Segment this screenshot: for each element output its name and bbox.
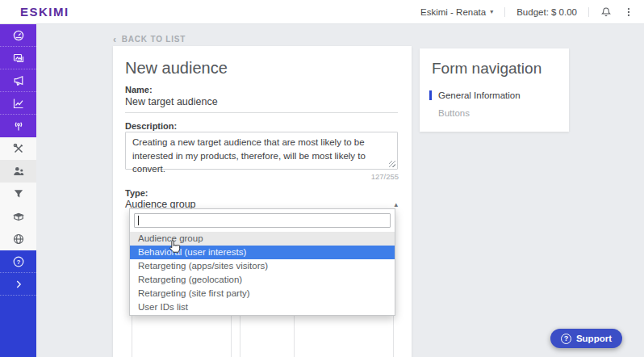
audiences-icon <box>12 165 25 178</box>
divider <box>504 7 505 17</box>
sidebar-light-section <box>0 137 36 250</box>
sidebar-item-web[interactable] <box>0 228 36 250</box>
description-text: Creating a new target audience that are … <box>132 137 366 174</box>
char-counter: 127/255 <box>371 172 399 181</box>
form-navigation-title: Form navigation <box>432 60 542 78</box>
text-cursor <box>138 216 139 225</box>
dropdown-option-user-ids-list[interactable]: User IDs list <box>130 300 395 314</box>
dropdown-option-retargeting-geolocation[interactable]: Retargeting (geolocation) <box>130 273 395 287</box>
chevron-down-icon: ▾ <box>490 8 493 15</box>
header-right: Eskimi - Renata ▾ Budget: $ 0.00 <box>420 6 634 18</box>
resize-handle[interactable] <box>389 161 395 167</box>
type-dropdown: Audience group Behavioral (user interest… <box>129 208 395 316</box>
dropdown-option-audience-group[interactable]: Audience group <box>130 232 395 246</box>
nav-item-buttons[interactable]: Buttons <box>429 108 470 118</box>
sidebar-item-tools[interactable] <box>0 137 36 160</box>
expand-icon <box>13 279 24 290</box>
creatives-icon <box>12 52 25 65</box>
back-to-list-link[interactable]: ‹ BACK TO LIST <box>113 35 186 44</box>
description-textarea[interactable]: Creating a new target audience that are … <box>125 132 398 170</box>
budget-label: Budget: $ 0.00 <box>516 7 577 17</box>
filter-icon <box>12 187 25 200</box>
sidebar-item-filter[interactable] <box>0 183 36 205</box>
list-box-right <box>240 313 394 357</box>
dropdown-option-retargeting-apps-sites[interactable]: Retargeting (apps/sites visitors) <box>130 259 395 273</box>
divider <box>588 7 589 17</box>
dropdown-option-retargeting-site-first-party[interactable]: Retargeting (site first party) <box>130 287 395 300</box>
name-input[interactable]: New target audience <box>125 96 398 113</box>
campaigns-icon <box>12 74 25 87</box>
broadcast-icon <box>12 120 25 132</box>
support-label: Support <box>576 334 612 343</box>
form-navigation-card: Form navigation General Information Butt… <box>420 48 569 132</box>
type-label: Type: <box>125 188 148 198</box>
sidebar-purple-section <box>0 24 36 137</box>
dashboard-icon <box>12 29 25 42</box>
svg-text:?: ? <box>16 258 20 266</box>
name-label: Name: <box>125 85 153 94</box>
account-menu[interactable]: Eskimi - Renata ▾ <box>420 7 493 17</box>
sidebar-item-dashboard[interactable] <box>0 24 36 47</box>
new-audience-card: New audience Name: New target audience D… <box>113 46 412 357</box>
dropdown-option-behavioral[interactable]: Behavioral (user interests) <box>130 246 395 259</box>
sidebar-item-statistics[interactable] <box>0 92 36 115</box>
chevron-left-icon: ‹ <box>113 36 117 44</box>
sidebar-item-inventory[interactable] <box>0 205 36 228</box>
top-header: ESKIMI Eskimi - Renata ▾ Budget: $ 0.00 <box>0 0 644 24</box>
list-box-left <box>132 313 232 357</box>
sidebar-blue-section: ? <box>0 250 36 357</box>
nav-item-general-information[interactable]: General Information <box>429 90 521 100</box>
sidebar-item-broadcast[interactable] <box>0 115 36 137</box>
account-name: Eskimi - Renata <box>420 7 486 17</box>
question-mark-icon: ? <box>561 334 571 344</box>
sidebar-item-help[interactable]: ? <box>0 250 36 273</box>
dropdown-search-input[interactable] <box>134 213 391 228</box>
sidebar-item-expand[interactable] <box>0 273 36 296</box>
chevron-up-icon: ▴ <box>394 200 398 208</box>
support-button[interactable]: ? Support <box>550 329 622 348</box>
divider <box>294 314 295 357</box>
inventory-icon <box>12 210 25 223</box>
sidebar-item-campaigns[interactable] <box>0 69 36 92</box>
kebab-menu-icon[interactable] <box>623 6 634 18</box>
bell-icon[interactable] <box>600 6 612 18</box>
sidebar-item-audiences[interactable] <box>0 160 36 183</box>
description-label: Description: <box>125 121 177 131</box>
page-title: New audience <box>125 59 228 78</box>
tools-icon <box>12 142 25 155</box>
help-icon: ? <box>12 255 25 268</box>
sidebar: ? <box>0 24 36 357</box>
statistics-icon <box>12 97 25 110</box>
sidebar-item-creatives[interactable] <box>0 47 36 69</box>
web-icon <box>12 233 25 246</box>
eskimi-logo: ESKIMI <box>20 5 69 19</box>
back-to-list-label: BACK TO LIST <box>122 35 186 44</box>
